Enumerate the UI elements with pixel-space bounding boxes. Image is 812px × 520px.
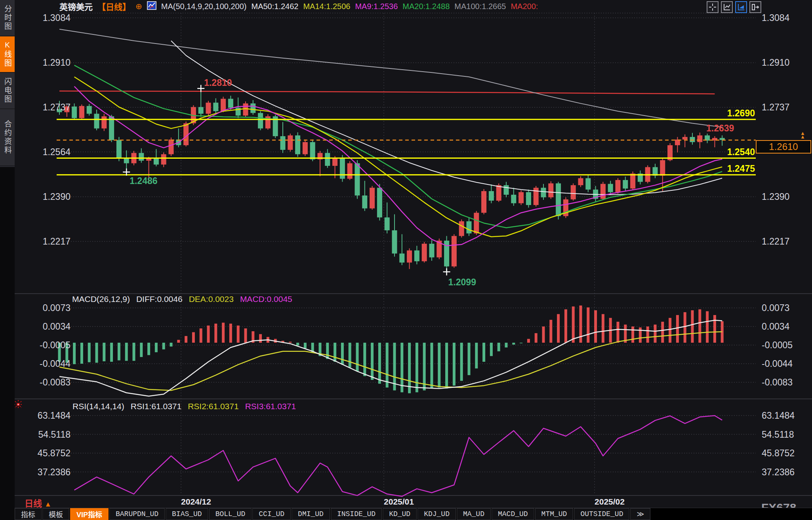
candle-body [213,102,218,111]
tab-mtm-ud[interactable]: MTM_UD [535,508,574,520]
candle-body [288,135,293,150]
macd-bar [505,343,508,347]
rsi3-value: RSI3:61.0371 [245,402,296,411]
macd-bar [58,343,61,362]
tab-template[interactable]: 模板 [42,508,69,520]
tab-more[interactable]: ≫ [630,508,650,520]
crosshair-tool-icon[interactable] [707,1,719,13]
macd-bar [349,343,351,368]
ma-line [59,332,722,390]
candle-body [72,106,77,118]
indicator-alert-icon[interactable] [13,400,23,411]
candle-body [407,251,412,263]
pane-layout-tool-icon[interactable] [749,1,761,13]
macd-bar [684,312,686,343]
candle-body [124,159,129,163]
tab-dmi-ud[interactable]: DMI_UD [292,508,330,520]
macd-bar [512,343,515,345]
scroll-to-latest-button[interactable]: ▲▲ [800,131,805,139]
macd-bar [103,343,105,361]
macd-bar [497,343,500,351]
macd-bar [386,343,389,387]
macd-bar [676,315,679,343]
macd-bar [520,343,522,344]
macd-bar [140,343,143,357]
macd-diff-value: DIFF:0.0046 [136,294,183,304]
tab-kdj-ud[interactable]: KDJ_UD [417,508,456,520]
tab-outside-ud[interactable]: OUTSIDE_UD [574,508,629,520]
sidebar-item-time-chart[interactable]: 分时图 [0,0,15,36]
candle-body [101,116,107,129]
sidebar-lower-strip [0,167,15,520]
candle-body [258,113,263,128]
kline-style-icon[interactable] [147,1,156,12]
tab-inside-ud[interactable]: INSIDE_UD [331,508,382,520]
ma-line [74,77,722,237]
ma-line [59,320,722,396]
ma9-value: MA9:1.2536 [355,2,398,11]
sidebar-item-contract-info[interactable]: 合约资料 [0,109,15,166]
macd-bar [669,318,671,343]
macd-bar [713,315,716,343]
macd-dea-value: DEA:0.0023 [189,294,234,304]
sidebar: 分时图 K线图 闪电图 合约资料 [0,0,15,167]
candle-body [332,158,337,166]
sidebar-item-kline-chart[interactable]: K线图 [0,36,15,73]
macd-bar [602,314,604,343]
macd-bar [564,309,567,343]
candle-body [697,135,702,142]
rsi1-value: RSI1:61.0371 [131,402,181,411]
macd-bar [572,306,575,343]
tab-barupdn-ud[interactable]: BARUPDN_UD [109,508,165,520]
period-selector[interactable]: 日线 ▲ [25,496,51,509]
chart-header: 英镑美元 【日线】 ⊕ MA(50,14,9,20,100,200) MA50:… [59,1,538,12]
macd-bar [423,343,426,391]
candle-body [556,183,561,216]
rsi-header: RSI(14,14,14) RSI1:61.0371 RSI2:61.0371 … [72,402,296,411]
candle-body [325,153,330,166]
macd-bar [408,343,411,393]
macd-bar [431,343,433,389]
candle-body [399,254,404,263]
macd-bar [661,322,664,343]
macd-bar [416,343,418,392]
macd-bar [162,343,165,349]
tab-vip-indicator[interactable]: VIP指标 [70,508,109,520]
candle-body [79,106,84,118]
tab-boll-ud[interactable]: BOLL_UD [209,508,252,520]
macd-bar [535,333,538,343]
tab-cci-ud[interactable]: CCI_UD [252,508,291,520]
ma50-value: MA50:1.2462 [251,2,298,11]
candle-body [623,180,628,189]
candle-body [250,103,255,113]
candle-body [64,106,69,112]
candle-body [116,140,122,159]
tab-kd-ud[interactable]: KD_UD [383,508,417,520]
candle-body [682,137,688,140]
tab-indicator[interactable]: 指标 [15,508,42,520]
tab-bias-ud[interactable]: BIAS_UD [166,508,208,520]
tab-ma-ud[interactable]: MA_UD [457,508,491,520]
candle-body [571,185,576,199]
candle-body [139,153,144,161]
left-axis-tool-icon[interactable] [721,1,733,13]
sidebar-item-tick-chart[interactable]: 闪电图 [0,73,15,109]
rsi-params-label: RSI(14,14,14) [72,402,124,411]
candle-body [392,230,397,254]
candle-body [414,251,419,261]
candle-body [183,123,189,145]
right-axis-tool-icon[interactable] [735,1,747,13]
candle-body [94,114,99,128]
candle-body [526,192,531,205]
macd-bar [341,343,344,364]
current-price-tag: 1.2610 [756,140,811,154]
candle-body [452,236,457,266]
candle-body [429,244,435,258]
ma14-value: MA14:1.2506 [303,2,350,11]
tab-macd-ud[interactable]: MACD_UD [492,508,534,520]
add-compare-icon[interactable]: ⊕ [135,2,142,11]
macd-bar [587,307,589,343]
macd-bar [200,328,202,343]
macd-header: MACD(26,12,9) DIFF:0.0046 DEA:0.0023 MAC… [72,294,292,304]
period-tag[interactable]: 【日线】 [97,0,131,12]
